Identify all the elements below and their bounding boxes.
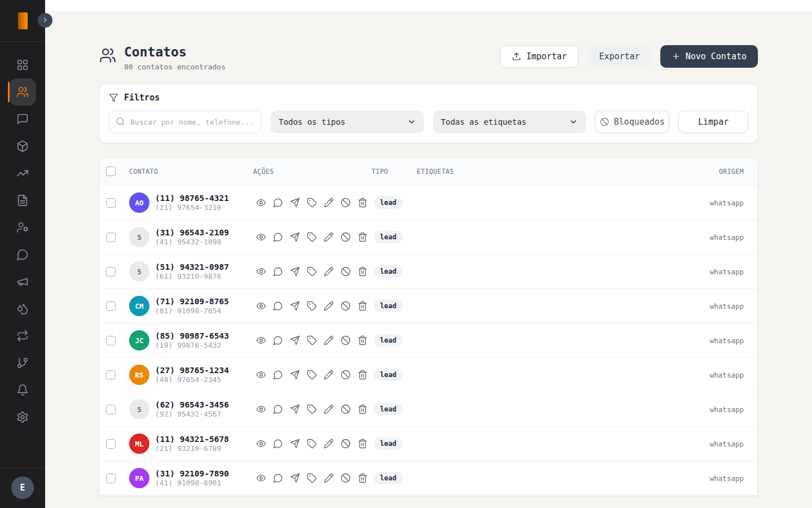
send-action-button[interactable] (290, 439, 300, 449)
row-checkbox[interactable] (106, 336, 116, 345)
column-tipo: TIPO (372, 168, 417, 176)
delete-action-button[interactable] (358, 232, 368, 242)
user-avatar[interactable]: E (11, 476, 34, 499)
delete-action-button[interactable] (358, 335, 368, 345)
sidebar-item-products[interactable] (9, 133, 36, 160)
edit-action-button[interactable] (324, 301, 334, 311)
edit-action-button[interactable] (324, 439, 334, 449)
blocked-filter-button[interactable]: Bloqueados (595, 111, 669, 133)
send-action-button[interactable] (290, 301, 300, 311)
export-button[interactable]: Exportar (588, 45, 651, 68)
sidebar-item-automations[interactable] (9, 322, 36, 349)
row-checkbox[interactable] (106, 301, 116, 311)
sidebar-item-conversations[interactable] (9, 241, 36, 268)
tag-action-button[interactable] (307, 232, 317, 242)
chat-action-button[interactable] (273, 232, 283, 242)
view-action-button[interactable] (256, 198, 266, 208)
tag-action-button[interactable] (307, 404, 317, 414)
send-action-button[interactable] (290, 370, 300, 380)
tag-action-button[interactable] (307, 266, 317, 277)
edit-action-button[interactable] (324, 335, 334, 345)
import-button[interactable]: Importar (500, 45, 579, 68)
block-action-button[interactable] (341, 266, 351, 277)
select-all-checkbox[interactable] (106, 167, 116, 176)
tag-action-button[interactable] (307, 439, 317, 449)
block-action-button[interactable] (341, 232, 351, 242)
tag-action-button[interactable] (307, 301, 317, 311)
search-input[interactable] (109, 111, 262, 133)
delete-action-button[interactable] (358, 301, 368, 311)
view-action-button[interactable] (256, 404, 266, 414)
delete-action-button[interactable] (358, 266, 368, 277)
sidebar-item-dashboard[interactable] (9, 51, 36, 78)
view-action-button[interactable] (256, 370, 266, 380)
send-action-button[interactable] (290, 404, 300, 414)
delete-action-button[interactable] (358, 439, 368, 449)
edit-action-button[interactable] (324, 473, 334, 483)
row-checkbox[interactable] (106, 474, 116, 483)
block-action-button[interactable] (341, 198, 351, 208)
row-checkbox[interactable] (106, 439, 116, 449)
sidebar-item-user-settings[interactable] (9, 214, 36, 241)
send-action-button[interactable] (290, 232, 300, 242)
view-action-button[interactable] (256, 232, 266, 242)
tag-action-button[interactable] (307, 370, 317, 380)
block-action-button[interactable] (341, 335, 351, 345)
delete-action-button[interactable] (358, 370, 368, 380)
chat-action-button[interactable] (273, 473, 283, 483)
tag-action-button[interactable] (307, 473, 317, 483)
edit-action-button[interactable] (324, 198, 334, 208)
send-action-button[interactable] (290, 198, 300, 208)
row-checkbox[interactable] (106, 405, 116, 414)
block-action-button[interactable] (341, 301, 351, 311)
chat-action-button[interactable] (273, 370, 283, 380)
chat-action-button[interactable] (273, 439, 283, 449)
delete-action-button[interactable] (358, 473, 368, 483)
edit-action-button[interactable] (324, 370, 334, 380)
view-action-button[interactable] (256, 473, 266, 483)
trash-icon (358, 198, 368, 208)
edit-action-button[interactable] (324, 404, 334, 414)
chat-action-button[interactable] (273, 198, 283, 208)
row-checkbox[interactable] (106, 370, 116, 380)
sidebar-item-drips[interactable] (9, 295, 36, 322)
tag-action-button[interactable] (307, 335, 317, 345)
new-contact-button[interactable]: Novo Contato (660, 45, 758, 68)
sidebar-expand-button[interactable] (38, 13, 52, 28)
row-checkbox[interactable] (106, 267, 116, 277)
sidebar-item-contacts[interactable] (9, 78, 36, 106)
sidebar-item-documents[interactable] (9, 187, 36, 214)
tag-action-button[interactable] (307, 198, 317, 208)
chat-action-button[interactable] (273, 404, 283, 414)
chevron-down-icon (407, 117, 416, 126)
block-action-button[interactable] (341, 439, 351, 449)
sidebar-item-chats[interactable] (9, 106, 36, 133)
sidebar-item-integrations[interactable] (9, 349, 36, 376)
view-action-button[interactable] (256, 301, 266, 311)
chat-action-button[interactable] (273, 266, 283, 277)
view-action-button[interactable] (256, 439, 266, 449)
block-action-button[interactable] (341, 473, 351, 483)
clear-filters-button[interactable]: Limpar (678, 111, 748, 133)
sidebar-item-notifications[interactable] (9, 376, 36, 404)
sidebar-item-campaigns[interactable] (9, 268, 36, 295)
send-action-button[interactable] (290, 473, 300, 483)
edit-action-button[interactable] (324, 232, 334, 242)
delete-action-button[interactable] (358, 404, 368, 414)
edit-action-button[interactable] (324, 266, 334, 277)
chat-action-button[interactable] (273, 335, 283, 345)
sidebar-item-analytics[interactable] (9, 160, 36, 187)
send-action-button[interactable] (290, 266, 300, 277)
type-filter-select[interactable]: Todos os tipos (271, 111, 423, 133)
sidebar-item-settings[interactable] (9, 404, 36, 431)
block-action-button[interactable] (341, 404, 351, 414)
view-action-button[interactable] (256, 335, 266, 345)
delete-action-button[interactable] (358, 198, 368, 208)
tag-filter-select[interactable]: Todas as etiquetas (433, 111, 586, 133)
row-checkbox[interactable] (106, 198, 116, 208)
block-action-button[interactable] (341, 370, 351, 380)
row-checkbox[interactable] (106, 233, 116, 242)
view-action-button[interactable] (256, 266, 266, 277)
send-action-button[interactable] (290, 335, 300, 345)
chat-action-button[interactable] (273, 301, 283, 311)
